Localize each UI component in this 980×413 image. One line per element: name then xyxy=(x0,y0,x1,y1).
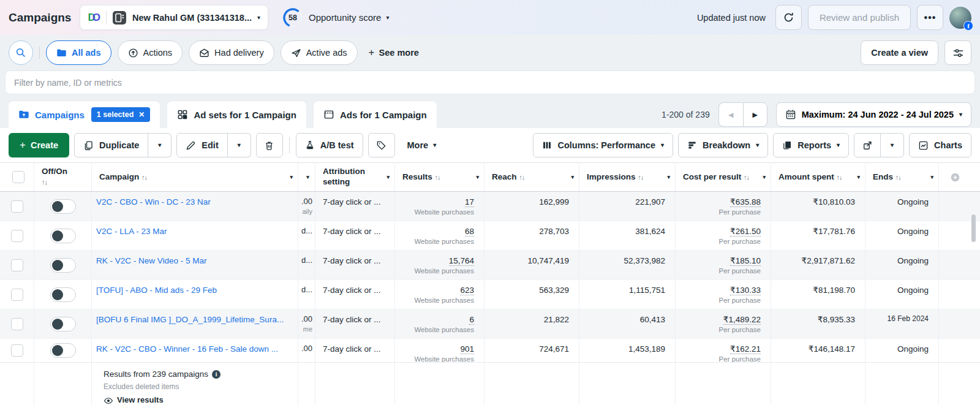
cost-per-result-cell: ₹130.33 Per purchase xyxy=(676,280,771,309)
header-results[interactable]: Results ↑↓ ▾ xyxy=(395,163,484,191)
row-checkbox[interactable] xyxy=(11,289,23,301)
view-settings-button[interactable] xyxy=(944,40,971,65)
header-ends[interactable]: Ends ↑↓ ▾ xyxy=(865,163,939,191)
results-value[interactable]: 901 xyxy=(460,344,474,354)
column-menu-icon[interactable]: ▾ xyxy=(571,175,574,180)
delete-button[interactable] xyxy=(256,133,283,157)
prev-page-button[interactable]: ◀ xyxy=(718,102,743,127)
top-header: Campaigns DO New Rahul GM (331341318... … xyxy=(0,0,980,35)
see-more-button[interactable]: + See more xyxy=(364,47,424,59)
tag-button[interactable] xyxy=(368,133,395,157)
campaign-link[interactable]: RK - V2C - New Video - 5 Mar xyxy=(92,256,298,267)
results-value[interactable]: 6 xyxy=(469,315,474,325)
column-menu-icon[interactable]: ▾ xyxy=(763,175,766,180)
duplicate-dropdown-button[interactable]: ▾ xyxy=(148,133,172,157)
reports-button[interactable]: Reports ▾ xyxy=(773,133,849,157)
column-menu-icon[interactable]: ▾ xyxy=(857,175,860,180)
reach-cell: 278,703 xyxy=(484,221,579,250)
charts-button[interactable]: Charts xyxy=(909,133,971,157)
column-menu-icon[interactable]: ▾ xyxy=(290,175,293,180)
campaign-link[interactable]: [TOFU] - ABO - Mid ads - 29 Feb xyxy=(92,285,298,296)
header-off-on[interactable]: Off/On↑↓ xyxy=(34,163,92,191)
header-reach[interactable]: Reach ↑↓ ▾ xyxy=(484,163,579,191)
row-checkbox[interactable] xyxy=(11,259,23,271)
more-button[interactable]: More ▾ xyxy=(400,133,444,157)
refresh-button[interactable] xyxy=(775,5,802,30)
column-menu-icon[interactable]: ▾ xyxy=(386,175,390,180)
header-impressions[interactable]: Impressions ↑↓ ▾ xyxy=(579,163,676,191)
create-view-button[interactable]: Create a view xyxy=(861,40,938,65)
create-button[interactable]: + Create xyxy=(9,133,69,157)
campaign-toggle[interactable] xyxy=(50,199,76,214)
breakdown-button[interactable]: Breakdown ▾ xyxy=(678,133,768,157)
header-cost-per-result[interactable]: Cost per result ↑↓ ▾ xyxy=(676,163,771,191)
results-value[interactable]: 68 xyxy=(465,227,474,237)
clear-selection-icon[interactable]: ✕ xyxy=(138,110,145,119)
header-budget-truncated[interactable]: ▾ xyxy=(298,163,315,191)
campaign-toggle[interactable] xyxy=(50,258,76,273)
plus-icon: + xyxy=(369,47,375,59)
opportunity-score[interactable]: 58 Opportunity score ▾ xyxy=(282,7,389,29)
edit-dropdown-button[interactable]: ▾ xyxy=(228,133,251,157)
filter-pill-all-ads[interactable]: All ads xyxy=(46,40,111,65)
cost-value[interactable]: ₹162.21 xyxy=(730,344,761,354)
results-value[interactable]: 623 xyxy=(460,286,474,295)
campaign-toggle[interactable] xyxy=(50,287,76,302)
cost-value[interactable]: ₹1,489.22 xyxy=(723,315,761,325)
campaign-link[interactable]: V2C - CBO - Win - DC - 23 Nar xyxy=(92,197,298,208)
columns-button[interactable]: Columns: Performance ▾ xyxy=(533,133,673,157)
next-page-button[interactable]: ▶ xyxy=(743,102,767,127)
chevron-down-icon: ▾ xyxy=(257,15,260,21)
select-all-checkbox[interactable] xyxy=(12,171,24,183)
column-menu-icon[interactable]: ▾ xyxy=(306,175,309,180)
column-menu-icon[interactable]: ▾ xyxy=(667,175,670,180)
filter-input[interactable] xyxy=(5,70,975,94)
export-dropdown-button[interactable]: ▾ xyxy=(881,133,904,157)
duplicate-button[interactable]: Duplicate xyxy=(74,133,148,157)
row-checkbox[interactable] xyxy=(11,344,23,357)
results-value[interactable]: 17 xyxy=(465,197,474,207)
row-checkbox[interactable] xyxy=(11,230,23,242)
header-amount-spent[interactable]: Amount spent ↑↓ ▾ xyxy=(771,163,865,191)
edit-button[interactable]: Edit xyxy=(176,133,227,157)
account-selector[interactable]: DO New Rahul GM (331341318... ▾ xyxy=(80,5,268,30)
results-value[interactable]: 15,764 xyxy=(449,256,474,266)
view-results-link[interactable]: View results xyxy=(104,395,298,405)
ab-test-button[interactable]: A/B test xyxy=(296,133,363,157)
review-publish-button[interactable]: Review and publish xyxy=(808,5,911,30)
tab-campaigns[interactable]: Campaigns 1 selected ✕ xyxy=(9,101,160,128)
avatar[interactable]: f xyxy=(949,7,971,29)
campaign-toggle[interactable] xyxy=(50,343,76,358)
tab-adsets[interactable]: Ad sets for 1 Campaign xyxy=(167,101,306,128)
campaign-cell: [TOFU] - ABO - Mid ads - 29 Feb xyxy=(92,280,298,309)
cost-value[interactable]: ₹635.88 xyxy=(730,197,761,207)
chevron-down-icon: ▾ xyxy=(837,142,840,148)
vertical-scrollbar[interactable] xyxy=(971,214,976,242)
filter-pill-had-delivery[interactable]: Had delivery xyxy=(189,40,274,65)
header-attribution[interactable]: Attribution setting ▾ xyxy=(315,163,395,191)
campaign-toggle[interactable] xyxy=(50,229,76,243)
cost-value[interactable]: ₹185.10 xyxy=(730,256,761,266)
search-button[interactable] xyxy=(9,40,33,65)
cost-value[interactable]: ₹261.50 xyxy=(730,227,761,237)
export-button[interactable] xyxy=(854,133,881,157)
filter-pill-active-ads[interactable]: Active ads xyxy=(281,40,358,65)
campaign-link[interactable]: RK - V2C - CBO - Winner - 16 Feb - Sale … xyxy=(92,344,298,355)
campaign-link[interactable]: V2C - LLA - 23 Mar xyxy=(92,226,298,237)
add-column-icon[interactable] xyxy=(950,172,960,183)
column-menu-icon[interactable]: ▾ xyxy=(930,175,933,180)
campaign-link[interactable]: [BOFU 6 Final IMG ]_DO_A_1999_Lifetime_S… xyxy=(92,314,298,325)
cost-value[interactable]: ₹130.33 xyxy=(730,286,761,295)
table-body: V2C - CBO - Win - DC - 23 Nar .00 aily 7… xyxy=(0,192,980,362)
filter-pill-actions[interactable]: Actions xyxy=(118,40,183,65)
impressions-cell: 52,373,982 xyxy=(579,251,676,279)
date-range-button[interactable]: Maximum: 24 Jun 2022 - 24 Jul 2025 ▾ xyxy=(776,102,971,127)
row-checkbox[interactable] xyxy=(11,200,23,213)
header-campaign[interactable]: Campaign ↑↓ ▾ xyxy=(92,163,298,191)
more-options-button[interactable]: ••• xyxy=(917,5,943,30)
row-checkbox[interactable] xyxy=(11,318,23,330)
campaign-toggle[interactable] xyxy=(50,317,76,332)
info-icon[interactable]: i xyxy=(212,370,221,379)
column-menu-icon[interactable]: ▾ xyxy=(476,175,479,180)
tab-ads[interactable]: Ads for 1 Campaign xyxy=(314,101,437,128)
